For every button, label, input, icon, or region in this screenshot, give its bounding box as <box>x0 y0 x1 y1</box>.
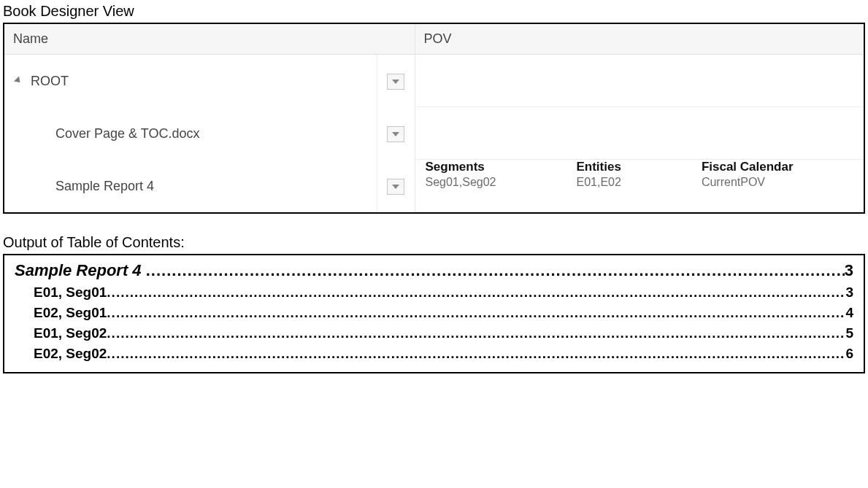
toc-entry-label: E01, Seg01 <box>34 284 107 301</box>
tree-node-label: ROOT <box>31 74 69 89</box>
toc-entry-label: Sample Report 4 <box>15 261 142 280</box>
toc-entry-page: 3 <box>845 284 853 301</box>
book-designer-panel: Name POV ROOT <box>3 23 865 214</box>
pov-cell-empty <box>415 107 864 160</box>
row-actions-dropdown[interactable] <box>387 74 404 90</box>
pov-value: Seg01,Seg02 <box>426 176 496 189</box>
toc-leader-dots <box>107 346 845 362</box>
pov-label: Segments <box>426 160 496 174</box>
book-designer-title: Book Designer View <box>3 3 865 20</box>
caret-down-icon <box>392 80 399 84</box>
tree-node-label: Cover Page & TOC.docx <box>55 126 199 142</box>
tree-node-root[interactable]: ROOT <box>4 55 377 107</box>
toc-entry: E01, Seg01 3 <box>15 284 853 301</box>
table-row: ROOT <box>4 55 864 108</box>
tree-node-sample-report[interactable]: Sample Report 4 <box>4 160 377 212</box>
toc-output-title: Output of Table of Contents: <box>3 234 865 251</box>
chevron-down-icon[interactable] <box>14 76 23 85</box>
pov-label: Fiscal Calendar <box>702 160 794 174</box>
row-actions-dropdown[interactable] <box>387 179 404 195</box>
table-row: Sample Report 4 Segments Seg01,Seg02 <box>4 160 864 212</box>
row-actions-dropdown[interactable] <box>387 126 404 142</box>
toc-entry-page: 6 <box>845 346 853 362</box>
toc-entry-label: E01, Seg02 <box>34 325 107 341</box>
toc-entry: E02, Seg02 6 <box>15 346 853 362</box>
tree-node-cover-page[interactable]: Cover Page & TOC.docx <box>4 107 377 160</box>
toc-entry-label: E02, Seg02 <box>34 346 107 362</box>
toc-entry-page: 3 <box>845 261 853 280</box>
column-header-action <box>377 24 415 55</box>
toc-entry-page: 5 <box>845 325 853 341</box>
toc-leader-dots <box>107 325 845 341</box>
table-row: Cover Page & TOC.docx <box>4 107 864 160</box>
pov-cell-empty <box>415 55 864 107</box>
toc-entry-label: E02, Seg01 <box>34 305 107 321</box>
pov-segments[interactable]: Segments Seg01,Seg02 <box>426 160 496 189</box>
toc-output-panel: Sample Report 4 3 E01, Seg01 3 E02, Seg0… <box>3 254 865 373</box>
pov-value: CurrentPOV <box>702 176 794 189</box>
pov-cell: Segments Seg01,Seg02 Entities E01,E02 Fi… <box>415 160 864 212</box>
toc-entry: E02, Seg01 4 <box>15 305 853 321</box>
toc-entry: Sample Report 4 3 <box>15 261 853 280</box>
toc-leader-dots <box>107 305 845 321</box>
toc-entry-page: 4 <box>845 305 853 321</box>
column-header-name: Name <box>4 24 377 55</box>
caret-down-icon <box>392 185 399 189</box>
book-designer-table: Name POV ROOT <box>4 24 864 212</box>
toc-entry: E01, Seg02 5 <box>15 325 853 341</box>
pov-entities[interactable]: Entities E01,E02 <box>576 160 621 189</box>
pov-fiscal-calendar[interactable]: Fiscal Calendar CurrentPOV <box>702 160 794 189</box>
tree-node-label: Sample Report 4 <box>55 179 154 194</box>
pov-label: Entities <box>576 160 621 174</box>
toc-leader-dots <box>146 261 845 280</box>
column-header-pov: POV <box>415 24 864 55</box>
toc-leader-dots <box>107 284 845 301</box>
caret-down-icon <box>392 132 399 136</box>
pov-value: E01,E02 <box>576 176 621 189</box>
